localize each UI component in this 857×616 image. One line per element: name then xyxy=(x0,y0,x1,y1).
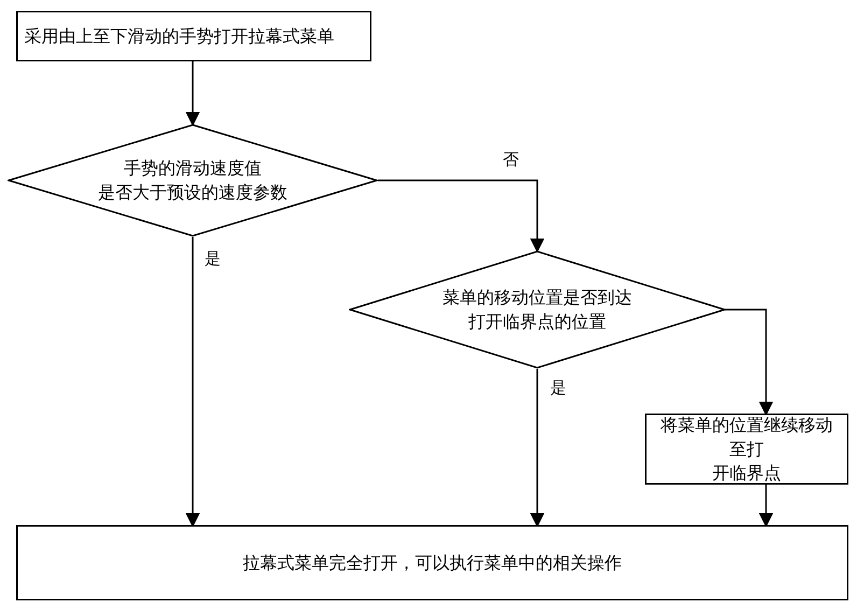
flowchart-canvas: 采用由上至下滑动的手势打开拉幕式菜单 手势的滑动速度值 是否大于预设的速度参数 … xyxy=(0,0,857,616)
node-action: 将菜单的位置继续移动至打 开临界点 xyxy=(645,414,848,485)
node-end-text: 拉幕式菜单完全打开，可以执行菜单中的相关操作 xyxy=(243,551,622,575)
svg-marker-0 xyxy=(9,125,377,236)
node-end: 拉幕式菜单完全打开，可以执行菜单中的相关操作 xyxy=(16,525,848,600)
node-action-text: 将菜单的位置继续移动至打 开临界点 xyxy=(653,413,840,485)
edge-label-d1-yes: 是 xyxy=(202,248,223,270)
node-start: 采用由上至下滑动的手势打开拉幕式菜单 xyxy=(16,11,371,61)
node-start-text: 采用由上至下滑动的手势打开拉幕式菜单 xyxy=(24,24,334,48)
edge-label-d2-yes: 是 xyxy=(548,377,568,399)
node-decision2: 菜单的移动位置是否到达 打开临界点的位置 xyxy=(349,250,726,369)
edge-label-d1-no: 否 xyxy=(501,149,521,171)
node-decision1: 手势的滑动速度值 是否大于预设的速度参数 xyxy=(8,124,378,237)
svg-marker-1 xyxy=(350,251,725,368)
